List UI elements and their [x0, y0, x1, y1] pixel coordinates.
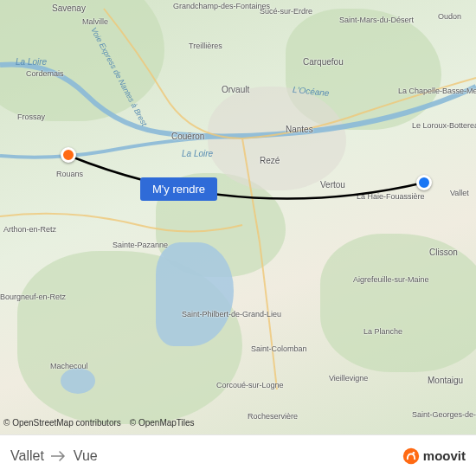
city-label: Bourgneuf-en-Retz: [0, 293, 52, 301]
road-network: [0, 0, 476, 476]
city-label: Vertou: [320, 180, 345, 190]
city-label: Orvault: [222, 85, 249, 94]
route-origin: Vallet: [10, 448, 44, 464]
city-label: Savenay: [52, 3, 86, 13]
route-footer: Vallet Vue moovit: [0, 434, 476, 476]
city-label: Treillières: [189, 42, 222, 50]
directions-button[interactable]: M'y rendre: [140, 177, 217, 201]
city-label: Rezé: [260, 156, 280, 165]
city-label: Saint-Mars-du-Désert: [339, 16, 391, 24]
map-attribution: © OpenStreetMap contributors © OpenMapTi…: [3, 418, 195, 428]
city-label: Couëron: [171, 132, 204, 141]
river-label: La Loire: [16, 57, 47, 67]
origin-marker[interactable]: [416, 175, 432, 190]
moovit-logo[interactable]: moovit: [402, 447, 466, 465]
city-label: Vallet: [450, 189, 469, 197]
city-label: Aigrefeuille-sur-Maine: [353, 275, 405, 284]
city-label: Malville: [82, 17, 108, 26]
city-label: Saint-Georges-de-Montaigu: [412, 410, 473, 419]
arrow-right-icon: [51, 450, 67, 462]
city-label: Rocheservière: [248, 412, 298, 421]
city-label: Oudon: [438, 12, 461, 21]
river-label: La Loire: [182, 149, 213, 158]
svg-point-0: [403, 447, 419, 463]
city-label: La Haie-Fouassière: [357, 192, 417, 201]
destination-marker[interactable]: [61, 147, 76, 163]
city-label: Saint-Philbert-de-Grand-Lieu: [182, 310, 251, 318]
city-label: Le Loroux-Bottereau: [412, 121, 462, 130]
moovit-icon: [402, 447, 420, 465]
city-label: Grandchamp-des-Fontaines: [173, 2, 242, 10]
city-label: Cordemais: [26, 69, 64, 78]
city-label: Carquefou: [303, 57, 344, 67]
city-label: Arthon-en-Retz: [3, 225, 56, 234]
city-label: Sainte-Pazanne: [113, 241, 168, 249]
city-label: Clisson: [429, 248, 458, 257]
city-label: La Chapelle-Basse-Mer: [398, 87, 450, 95]
svg-point-1: [412, 451, 415, 453]
city-label: Machecoul: [50, 362, 88, 370]
city-label: Vieillevigne: [329, 374, 368, 383]
city-label: Corcoué-sur-Logne: [216, 381, 268, 389]
moovit-brand-text: moovit: [423, 448, 466, 463]
city-label: Nantes: [286, 125, 313, 134]
city-label: Rouans: [56, 170, 83, 178]
attribution-tiles[interactable]: © OpenMapTiles: [130, 418, 195, 428]
city-label: Frossay: [17, 113, 45, 121]
city-label: Saint-Colomban: [251, 344, 307, 353]
city-label: Montaigu: [428, 376, 463, 385]
city-label: La Planche: [363, 327, 402, 336]
route-destination: Vue: [74, 448, 98, 464]
city-label: Sucé-sur-Erdre: [260, 7, 312, 16]
attribution-osm[interactable]: © OpenStreetMap contributors: [3, 418, 121, 428]
map-canvas[interactable]: La Loire La Loire L'Océane Voie Express …: [0, 0, 476, 476]
